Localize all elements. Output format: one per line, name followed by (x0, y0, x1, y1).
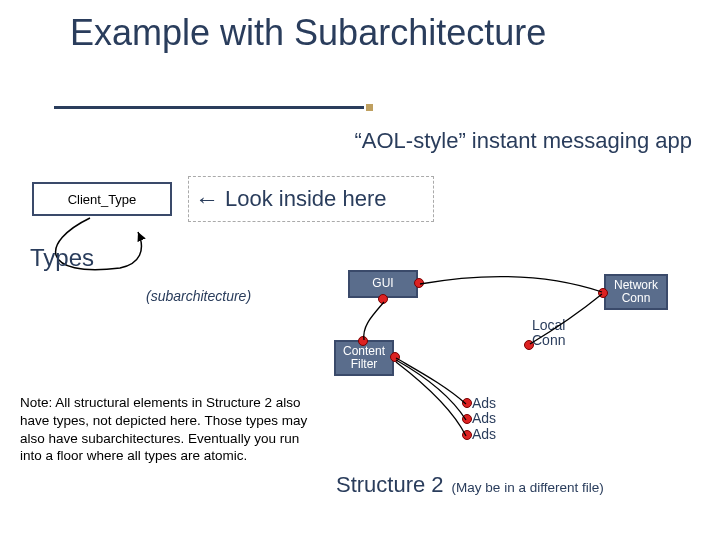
types-heading: Types (30, 244, 94, 272)
arrow-left-icon: ← (195, 186, 219, 213)
ads-stack: Ads Ads Ads (472, 396, 496, 442)
port-dot (358, 336, 368, 346)
look-inside-label: Look inside here (225, 186, 386, 212)
ads-line: Ads (472, 411, 496, 426)
slide-subtitle: “AOL-style” instant messaging app (355, 128, 693, 154)
note-text: Note: All structural elements in Structu… (20, 394, 320, 465)
port-dot (414, 278, 424, 288)
client-type-box: Client_Type (32, 182, 172, 216)
structure-2-label: Structure 2 (336, 472, 444, 498)
port-dot (598, 288, 608, 298)
port-dot (524, 340, 534, 350)
port-dot (378, 294, 388, 304)
local-conn-label: LocalConn (532, 318, 565, 349)
subarchitecture-label: (subarchitecture) (146, 288, 251, 304)
structure-2-row: Structure 2 (May be in a different file) (336, 472, 604, 498)
look-inside-row: ← Look inside here (188, 176, 434, 222)
title-underline (54, 106, 364, 109)
port-dot (390, 352, 400, 362)
structure-2-note: (May be in a different file) (452, 480, 604, 495)
slide-title: Example with Subarchitecture (70, 12, 546, 53)
ads-line: Ads (472, 396, 496, 411)
network-conn-box: NetworkConn (604, 274, 668, 310)
ads-line: Ads (472, 427, 496, 442)
port-dot (462, 430, 472, 440)
port-dot (462, 414, 472, 424)
title-ornament (366, 104, 373, 111)
port-dot (462, 398, 472, 408)
